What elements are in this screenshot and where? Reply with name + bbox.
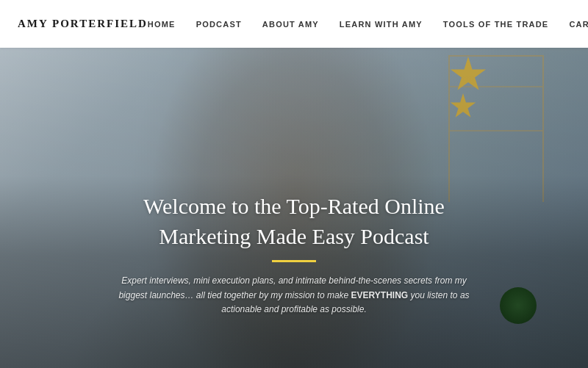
hero-content: Welcome to the Top-Rated Online Marketin… xyxy=(110,192,478,317)
main-nav: HOME PODCAST ABOUT AMY LEARN WITH AMY TO… xyxy=(148,20,588,29)
hero-emphasis: EVERYTHING xyxy=(351,290,409,300)
hero-subtitle: Expert interviews, mini execution plans,… xyxy=(110,274,478,317)
nav-item-podcast[interactable]: PODCAST xyxy=(196,20,242,29)
hero-section: Welcome to the Top-Rated Online Marketin… xyxy=(0,48,588,368)
hero-underline-accent xyxy=(272,260,316,262)
nav-item-tools[interactable]: TOOLS OF THE TRADE xyxy=(443,20,549,29)
nav-item-about[interactable]: ABOUT AMY xyxy=(262,20,319,29)
site-logo[interactable]: AMY PORTERFIELD xyxy=(18,18,148,30)
site-header: AMY PORTERFIELD HOME PODCAST ABOUT AMY L… xyxy=(0,0,588,48)
hero-title: Welcome to the Top-Rated Online Marketin… xyxy=(110,192,478,251)
nav-item-learn[interactable]: LEARN WITH AMY xyxy=(340,20,423,29)
nav-item-home[interactable]: HOME xyxy=(148,20,176,29)
nav-item-careers[interactable]: CAREERS xyxy=(569,20,588,29)
